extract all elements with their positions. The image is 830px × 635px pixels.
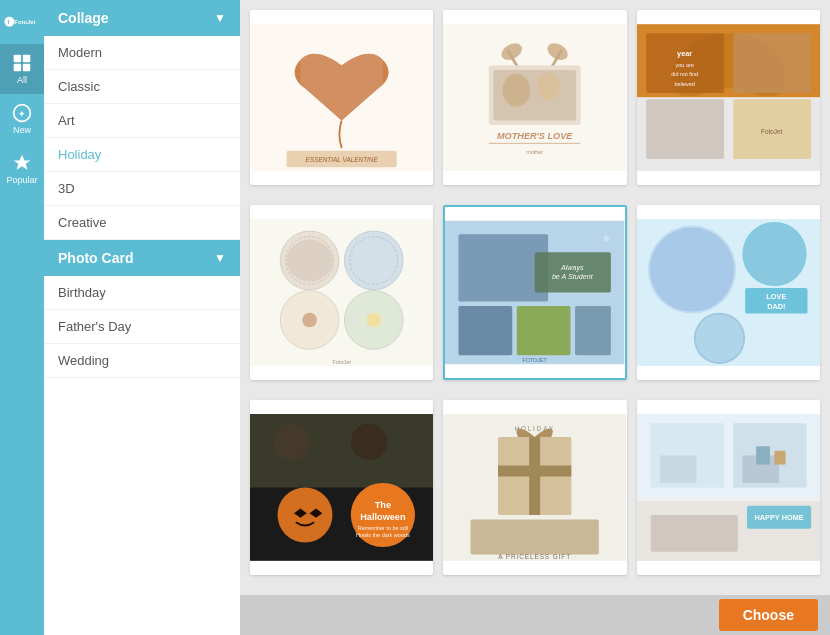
svg-point-75 [277,488,332,543]
nav-popular-label: Popular [6,175,37,185]
svg-rect-101 [650,515,737,552]
svg-text:FOTOJET: FOTOJET [523,357,548,363]
svg-rect-32 [646,99,724,159]
svg-text:LOVE: LOVE [766,292,786,301]
svg-rect-63 [649,227,733,311]
svg-text:you are: you are [675,62,693,68]
photo-card-label: Photo Card [58,250,133,266]
nav-all-label: All [17,75,27,85]
svg-point-38 [344,231,403,290]
photo-card-items: Birthday Father's Day Wedding [44,276,240,378]
svg-rect-5 [14,64,22,72]
svg-rect-3 [14,55,22,63]
svg-rect-87 [498,466,571,477]
sidebar-item-creative[interactable]: Creative [44,206,240,240]
nav-new-label: New [13,125,31,135]
svg-text:FotoJet: FotoJet [14,19,35,25]
template-item-7[interactable]: The Halloween Remember to be still Howls… [250,400,433,575]
svg-text:FotoJet: FotoJet [333,359,352,365]
svg-point-81 [273,423,310,460]
nav-popular[interactable]: Popular [0,144,44,194]
sidebar-item-birthday[interactable]: Birthday [44,276,240,310]
sidebar-item-modern[interactable]: Modern [44,36,240,70]
svg-text:✦: ✦ [18,109,26,119]
template-item-4[interactable]: FotoJet [250,205,433,380]
svg-text:Always: Always [560,264,584,272]
sidebar-item-3d[interactable]: 3D [44,172,240,206]
svg-point-49 [604,236,609,241]
svg-text:Remember to be still: Remember to be still [358,525,408,531]
svg-text:be A Student: be A Student [552,273,594,281]
template-grid: ESSENTIAL VALENTINE [240,0,830,635]
template-item-3[interactable]: year you are did not find believed FotoJ… [637,10,820,185]
svg-text:believed: believed [674,81,694,87]
sidebar-item-wedding[interactable]: Wedding [44,344,240,378]
bottom-bar: Choose [240,595,830,635]
svg-text:Halloween: Halloween [360,512,406,522]
svg-rect-66 [744,224,804,284]
svg-rect-97 [774,451,785,465]
template-grid-panel: ESSENTIAL VALENTINE [240,0,830,635]
svg-rect-58 [575,306,611,355]
svg-point-20 [503,74,530,107]
svg-text:A PRICELESS GIFT: A PRICELESS GIFT [499,553,572,560]
svg-text:MOTHER'S LOVE: MOTHER'S LOVE [497,131,573,141]
svg-text:ESSENTIAL VALENTINE: ESSENTIAL VALENTINE [306,156,379,163]
svg-rect-72 [695,314,743,362]
svg-rect-94 [660,455,697,482]
svg-rect-45 [287,239,333,281]
collage-items: Modern Classic Art Holiday 3D Creative [44,36,240,240]
svg-point-43 [302,313,317,328]
template-item-5[interactable]: Always be A Student FOTOJET [443,205,626,380]
svg-point-21 [538,73,560,100]
svg-point-82 [351,423,388,460]
svg-rect-4 [23,55,31,63]
template-item-6[interactable]: LOVE DAD! [637,205,820,380]
template-item-2[interactable]: MOTHER'S LOVE mother [443,10,626,185]
sidebar: Collage ▼ Modern Classic Art Holiday 3D [44,0,240,635]
photo-card-section-header[interactable]: Photo Card ▼ [44,240,240,276]
svg-rect-96 [756,446,770,464]
svg-rect-6 [23,64,31,72]
nav-new[interactable]: ✦ New [0,94,44,144]
photo-card-chevron-icon: ▼ [214,251,226,265]
collage-label: Collage [58,10,109,26]
left-icon-bar: f FotoJet All ✦ New Popular [0,0,44,635]
template-item-8[interactable]: HOLIDAY A PRICELESS GIFT [443,400,626,575]
svg-text:Howls the dark woods: Howls the dark woods [356,532,410,538]
sidebar-item-art[interactable]: Art [44,104,240,138]
sidebar-item-classic[interactable]: Classic [44,70,240,104]
fotojet-logo: f FotoJet [0,0,44,44]
svg-text:The: The [375,500,391,510]
sidebar-item-holiday[interactable]: Holiday [44,138,240,172]
svg-text:FotoJet: FotoJet [761,128,783,135]
sidebar-item-fathers-day[interactable]: Father's Day [44,310,240,344]
svg-text:DAD!: DAD! [767,302,785,311]
template-item-1[interactable]: ESSENTIAL VALENTINE [250,10,433,185]
svg-text:HAPPY HOME: HAPPY HOME [754,513,803,522]
svg-rect-56 [459,306,513,355]
svg-text:f: f [8,19,10,25]
svg-rect-88 [471,520,599,555]
svg-rect-33 [733,33,811,93]
choose-button[interactable]: Choose [719,599,818,631]
template-item-9[interactable]: HAPPY HOME [637,400,820,575]
collage-chevron-icon: ▼ [214,11,226,25]
nav-all[interactable]: All [0,44,44,94]
collage-section-header[interactable]: Collage ▼ [44,0,240,36]
svg-text:did not find: did not find [671,71,698,77]
svg-rect-36 [250,219,433,366]
svg-point-44 [366,313,381,328]
svg-text:year: year [677,49,692,58]
svg-text:mother: mother [526,149,543,155]
svg-rect-57 [517,306,571,355]
